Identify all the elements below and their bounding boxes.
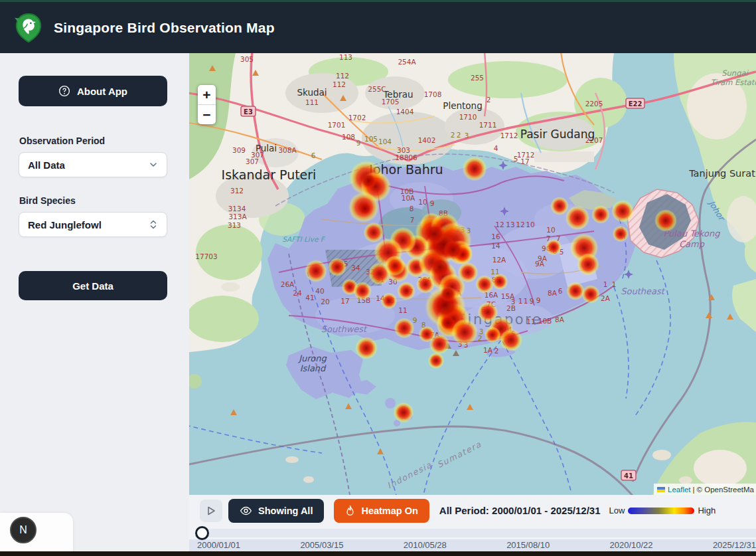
timeline-label: 2020/10/22 <box>610 539 653 551</box>
app-header: Singapore Bird Observation Map <box>0 2 756 53</box>
svg-text:255: 255 <box>471 74 484 82</box>
svg-text:13: 13 <box>506 221 514 229</box>
svg-text:Sungai: Sungai <box>721 68 749 78</box>
svg-text:Camp: Camp <box>679 239 705 249</box>
svg-text:E22: E22 <box>629 100 643 108</box>
chevrons-up-down-icon <box>149 219 158 230</box>
svg-text:10B: 10B <box>538 317 552 325</box>
observation-period-select[interactable]: All Data <box>19 152 167 177</box>
svg-text:2205: 2205 <box>585 100 603 108</box>
svg-text:SAFTI Live F: SAFTI Live F <box>282 235 326 243</box>
svg-text:26A: 26A <box>281 280 295 288</box>
svg-text:Island: Island <box>300 363 327 373</box>
svg-text:2: 2 <box>451 131 455 139</box>
svg-text:8: 8 <box>410 205 414 213</box>
svg-text:10: 10 <box>546 226 555 234</box>
svg-text:104: 104 <box>378 138 392 145</box>
about-app-button[interactable]: About App <box>19 76 167 106</box>
svg-text:41: 41 <box>624 472 633 480</box>
flame-icon <box>345 505 355 517</box>
attribution-copyright: © OpenStreetMa <box>697 486 754 494</box>
svg-text:41: 41 <box>305 294 314 302</box>
bird-species-label: Bird Species <box>19 195 171 206</box>
svg-text:Southwest: Southwest <box>321 324 368 334</box>
svg-text:1712: 1712 <box>500 132 518 139</box>
leaflet-link[interactable]: Leaflet <box>668 486 691 494</box>
svg-text:7: 7 <box>410 216 415 224</box>
svg-text:112: 112 <box>333 80 346 88</box>
svg-text:9: 9 <box>530 297 534 305</box>
play-icon <box>205 505 217 517</box>
svg-text:2: 2 <box>457 131 461 139</box>
timeline-label: 2015/08/10 <box>506 539 550 551</box>
svg-text:313A: 313A <box>228 213 247 221</box>
svg-text:Skudai: Skudai <box>297 87 327 98</box>
svg-text:3: 3 <box>511 298 516 306</box>
svg-text:1: 1 <box>603 280 608 288</box>
get-data-label: Get Data <box>72 280 113 292</box>
leaflet-map[interactable]: E3E2241 SkudaiTebrauPlentongPasir Gudang… <box>189 53 756 495</box>
svg-text:1A: 1A <box>483 346 493 354</box>
svg-text:9: 9 <box>413 316 417 324</box>
svg-text:9: 9 <box>356 139 361 147</box>
svg-text:1711: 1711 <box>479 121 497 129</box>
svg-text:24: 24 <box>293 289 302 297</box>
legend-low-label: Low <box>609 506 625 515</box>
svg-text:12: 12 <box>516 221 524 229</box>
svg-text:308A: 308A <box>278 146 297 154</box>
help-circle-icon <box>58 85 70 97</box>
timeline-slider-track[interactable] <box>196 529 756 537</box>
svg-text:Tanjung Surat: Tanjung Surat <box>688 168 755 179</box>
svg-text:8A: 8A <box>555 316 565 324</box>
svg-text:111: 111 <box>305 98 319 106</box>
heat-legend: Low High <box>609 506 716 515</box>
map-zoom-control: + − <box>198 85 216 124</box>
timeline-axis-labels: 2000/01/012005/03/152010/05/282015/08/10… <box>189 539 756 551</box>
timeline-label: 2000/01/01 <box>197 539 240 551</box>
legend-gradient-bar <box>628 508 694 514</box>
play-button[interactable] <box>200 500 222 522</box>
svg-text:309: 309 <box>232 146 246 154</box>
top-accent-strip <box>0 0 756 2</box>
nextjs-dev-badge[interactable]: N <box>10 517 37 543</box>
svg-text:9A: 9A <box>535 260 545 268</box>
svg-text:312: 312 <box>230 187 244 195</box>
map-canvas: E3E2241 SkudaiTebrauPlentongPasir Gudang… <box>189 53 756 495</box>
timeline-label: 2005/03/15 <box>300 539 343 551</box>
svg-text:1: 1 <box>518 297 523 305</box>
svg-text:108: 108 <box>342 133 355 141</box>
svg-text:17: 17 <box>340 297 349 305</box>
timeline-slider-handle[interactable] <box>195 526 209 540</box>
svg-text:9: 9 <box>430 199 435 207</box>
chevron-down-icon <box>149 160 158 169</box>
playback-controls-bar: Showing All Heatmap On All Period: 2000/… <box>189 495 756 526</box>
heatmap-toggle-button[interactable]: Heatmap On <box>334 499 429 523</box>
svg-text:1402: 1402 <box>418 136 436 144</box>
bird-pin-logo-icon <box>13 13 44 43</box>
heatmap-toggle-label: Heatmap On <box>361 506 417 516</box>
svg-text:307: 307 <box>246 157 259 165</box>
svg-text:34: 34 <box>351 264 360 272</box>
svg-text:9: 9 <box>536 296 541 304</box>
svg-text:6: 6 <box>558 287 563 295</box>
showing-all-button[interactable]: Showing All <box>228 499 324 523</box>
svg-text:10: 10 <box>418 198 427 206</box>
svg-text:1702: 1702 <box>348 114 366 122</box>
svg-text:105: 105 <box>364 135 378 143</box>
observation-period-value: All Data <box>28 159 65 171</box>
svg-text:Plentong: Plentong <box>443 100 482 111</box>
svg-text:4: 4 <box>494 144 498 152</box>
svg-text:10: 10 <box>526 221 534 229</box>
get-data-button[interactable]: Get Data <box>19 271 167 300</box>
zoom-in-button[interactable]: + <box>198 85 216 105</box>
svg-text:305: 305 <box>240 55 254 63</box>
sidebar: About App Observation Period All Data Bi… <box>0 53 189 551</box>
bird-species-select[interactable]: Red Junglefowl <box>19 212 167 237</box>
svg-text:2: 2 <box>478 334 483 342</box>
svg-text:2A: 2A <box>601 294 611 302</box>
svg-text:Iskandar Puteri: Iskandar Puteri <box>222 167 317 182</box>
svg-text:313: 313 <box>228 221 241 229</box>
zoom-out-button[interactable]: − <box>198 105 216 124</box>
page-title: Singapore Bird Observation Map <box>54 20 275 36</box>
map-attribution: Leaflet | © OpenStreetMa <box>654 484 756 495</box>
